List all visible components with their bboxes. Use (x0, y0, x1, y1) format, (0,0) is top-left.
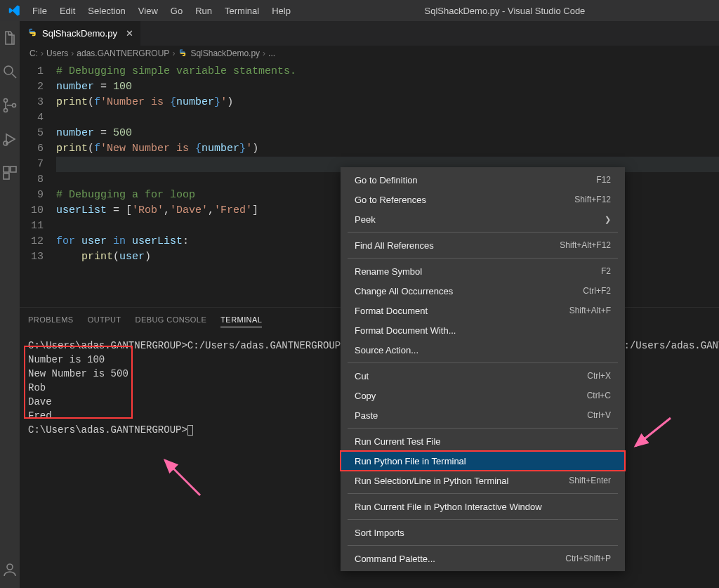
ctx-run-current-file-in-python-interactive-window[interactable]: Run Current File in Python Interactive W… (341, 497, 625, 516)
panel-tab-problems[interactable]: PROBLEMS (28, 313, 74, 327)
chevron-right-icon: ❯ (605, 215, 611, 224)
breadcrumb-part[interactable]: C: (29, 48, 38, 58)
ctx-item-label: Go to References (355, 195, 426, 205)
svg-point-9 (7, 564, 13, 570)
python-file-icon (27, 27, 38, 40)
menu-run[interactable]: Run (190, 3, 218, 19)
menu-help[interactable]: Help (266, 3, 296, 19)
window-title: SqlShackDemo.py - Visual Studio Code (296, 6, 713, 16)
annotation-arrow-icon (628, 411, 678, 462)
panel-tab-terminal[interactable]: TERMINAL (220, 313, 262, 327)
ctx-source-action[interactable]: Source Action... (341, 340, 625, 360)
vscode-logo-icon (6, 4, 24, 17)
code-line[interactable]: # Debugging simple variable statments. (56, 64, 719, 79)
ctx-item-label: Change All Occurrences (355, 286, 453, 296)
context-menu: Go to DefinitionF12Go to ReferencesShift… (341, 167, 625, 571)
code-line[interactable] (56, 110, 719, 126)
code-line[interactable]: print(f'New Number is {number}') (56, 141, 719, 157)
ctx-run-python-file-in-terminal[interactable]: Run Python File in Terminal (341, 451, 625, 471)
ctx-find-all-references[interactable]: Find All ReferencesShift+Alt+F12 (341, 235, 625, 255)
ctx-item-label: Paste (355, 410, 378, 421)
code-line[interactable]: number = 100 (56, 79, 719, 95)
ctx-item-label: Run Current Test File (355, 436, 441, 447)
ctx-rename-symbol[interactable]: Rename SymbolF2 (341, 261, 625, 281)
ctx-shortcut: F2 (601, 266, 611, 276)
menu-edit[interactable]: Edit (54, 3, 81, 19)
menu-bar: FileEditSelectionViewGoRunTerminalHelp (27, 3, 296, 19)
ctx-shortcut: Ctrl+F2 (583, 286, 611, 296)
ctx-shortcut: Ctrl+X (587, 371, 611, 381)
svg-rect-7 (11, 166, 16, 172)
breadcrumb-part[interactable]: Users (46, 48, 68, 58)
svg-point-3 (4, 109, 8, 112)
ctx-shortcut: Ctrl+C (587, 391, 611, 400)
run-debug-icon[interactable] (0, 129, 20, 149)
ctx-item-label: Cut (355, 371, 369, 381)
annotation-arrow-icon (158, 453, 207, 504)
code-line[interactable]: print(f'Number is {number}') (56, 95, 719, 110)
breadcrumbs[interactable]: C: › Users › adas.GANTNERGROUP › SqlShac… (20, 46, 719, 61)
panel-tab-debug-console[interactable]: DEBUG CONSOLE (136, 313, 207, 327)
ctx-go-to-definition[interactable]: Go to DefinitionF12 (341, 170, 625, 190)
svg-point-0 (4, 66, 13, 74)
ctx-item-label: Rename Symbol (355, 266, 422, 277)
ctx-change-all-occurrences[interactable]: Change All OccurrencesCtrl+F2 (341, 281, 625, 301)
ctx-format-document-with[interactable]: Format Document With... (341, 320, 625, 340)
breadcrumb-part[interactable]: ... (268, 48, 275, 58)
ctx-item-label: Sort Imports (355, 528, 404, 538)
ctx-item-label: Format Document (355, 306, 428, 316)
ctx-shortcut: Shift+Enter (569, 476, 611, 485)
menu-selection[interactable]: Selection (82, 3, 131, 19)
ctx-paste[interactable]: PasteCtrl+V (341, 405, 625, 425)
ctx-run-current-test-file[interactable]: Run Current Test File (341, 431, 625, 451)
svg-rect-6 (4, 166, 9, 172)
ctx-shortcut: Shift+Alt+F12 (560, 240, 611, 250)
menu-terminal[interactable]: Terminal (219, 3, 265, 19)
svg-line-11 (635, 418, 671, 446)
ctx-item-label: Run Current File in Python Interactive W… (355, 502, 542, 512)
editor-tabs: SqlShackDemo.py ✕ (20, 21, 719, 46)
ctx-cut[interactable]: CutCtrl+X (341, 366, 625, 386)
ctx-command-palette[interactable]: Command Palette...Ctrl+Shift+P (341, 549, 625, 568)
svg-point-4 (13, 104, 16, 107)
ctx-shortcut: Shift+F12 (574, 195, 611, 204)
ctx-shortcut: Ctrl+V (587, 410, 611, 420)
ctx-run-selection-line-in-python-terminal[interactable]: Run Selection/Line in Python TerminalShi… (341, 471, 625, 490)
ctx-peek[interactable]: Peek❯ (341, 209, 625, 229)
search-icon[interactable] (0, 62, 20, 81)
svg-point-2 (4, 99, 8, 103)
ctx-go-to-references[interactable]: Go to ReferencesShift+F12 (341, 190, 625, 209)
panel-tab-output[interactable]: OUTPUT (88, 313, 121, 327)
svg-line-10 (165, 460, 200, 495)
ctx-item-label: Run Python File in Terminal (355, 456, 466, 466)
activity-bar (0, 21, 20, 588)
ctx-item-label: Copy (355, 391, 376, 401)
svg-rect-8 (4, 174, 9, 179)
breadcrumb-part[interactable]: adas.GANTNERGROUP (77, 48, 169, 58)
explorer-icon[interactable] (0, 28, 20, 48)
ctx-item-label: Find All References (355, 240, 434, 251)
menu-file[interactable]: File (27, 3, 53, 19)
ctx-item-label: Go to Definition (355, 175, 418, 185)
ctx-shortcut: F12 (596, 175, 611, 185)
python-file-icon (178, 48, 187, 60)
source-control-icon[interactable] (0, 96, 20, 115)
ctx-shortcut: Shift+Alt+F (569, 306, 611, 315)
close-icon[interactable]: ✕ (126, 28, 133, 39)
ctx-item-label: Command Palette... (355, 554, 435, 564)
accounts-icon[interactable] (0, 560, 20, 580)
line-gutter: 12345678910111213 (20, 64, 56, 265)
ctx-shortcut: Ctrl+Shift+P (565, 554, 611, 563)
ctx-item-label: Peek (355, 214, 376, 225)
ctx-format-document[interactable]: Format DocumentShift+Alt+F (341, 301, 625, 320)
menu-go[interactable]: Go (165, 3, 188, 19)
ctx-sort-imports[interactable]: Sort Imports (341, 523, 625, 542)
title-bar: FileEditSelectionViewGoRunTerminalHelp S… (0, 0, 719, 21)
extensions-icon[interactable] (0, 163, 20, 183)
code-line[interactable]: number = 500 (56, 126, 719, 141)
editor-tab[interactable]: SqlShackDemo.py ✕ (20, 21, 140, 46)
tab-filename: SqlShackDemo.py (42, 28, 117, 39)
menu-view[interactable]: View (133, 3, 164, 19)
breadcrumb-part[interactable]: SqlShackDemo.py (190, 48, 260, 58)
ctx-copy[interactable]: CopyCtrl+C (341, 386, 625, 405)
